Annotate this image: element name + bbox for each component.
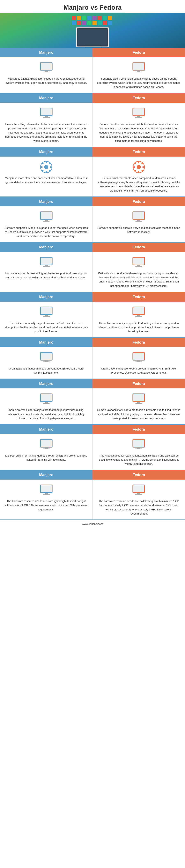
fedora-content-software: Software support in Fedora is very good …	[93, 206, 185, 242]
fedora-icon-intro	[131, 61, 147, 74]
svg-rect-13	[98, 21, 102, 25]
svg-rect-58	[41, 212, 52, 219]
fedora-content-release: Fedora uses the fixed release distributi…	[93, 103, 185, 147]
svg-rect-46	[49, 162, 51, 164]
svg-rect-1	[77, 16, 81, 20]
section-header-stability: ManjeroFedora	[0, 147, 185, 157]
svg-rect-96	[135, 403, 142, 404]
section-header-intro: ManjeroFedora	[0, 48, 185, 57]
section-content-suited: It is best suited for running games thro…	[0, 434, 185, 470]
fedora-text-hardware: Fedora is also good at hardware support …	[97, 271, 181, 288]
manjero-icon-stability	[38, 160, 54, 174]
svg-rect-82	[41, 353, 52, 360]
section-header-release: ManjeroFedora	[0, 93, 185, 103]
svg-rect-2	[82, 16, 86, 20]
manjero-icon-hardware	[38, 255, 54, 269]
section-drawbacks: ManjeroFedora Some drawbacks for Manjaro…	[0, 379, 185, 425]
svg-rect-52	[143, 166, 145, 168]
section-header-hardware: ManjeroFedora	[0, 243, 185, 252]
section-content-release: It uses the rolling release distribution…	[0, 103, 185, 147]
svg-rect-94	[133, 394, 144, 401]
svg-rect-3	[87, 16, 91, 20]
hero-illustration	[60, 14, 125, 47]
manjero-header-software: Manjero	[0, 197, 92, 206]
manjero-text-suited: It is best suited for running games thro…	[4, 454, 88, 462]
fedora-text-organizations: Organizations that use Fedora are Campus…	[97, 367, 181, 375]
svg-rect-104	[135, 448, 142, 449]
svg-rect-11	[87, 21, 91, 25]
svg-rect-39	[46, 161, 47, 163]
svg-rect-112	[135, 494, 142, 495]
fedora-header-hardware_req: Fedora	[92, 470, 185, 479]
fedora-header-intro: Fedora	[92, 48, 185, 57]
manjero-header-release: Manjero	[0, 93, 92, 103]
manjero-content-suited: It is best suited for running games thro…	[0, 434, 93, 470]
manjero-icon-hardware_req	[38, 483, 54, 497]
manjero-header-hardware_req: Manjero	[0, 470, 92, 479]
manjero-content-release: It uses the rolling release distribution…	[0, 103, 93, 147]
svg-rect-56	[141, 162, 144, 164]
manjero-text-organizations: Organizations that use manjaro are Oneag…	[4, 367, 88, 375]
section-hardware: ManjeroFedora Hardware support is best a…	[0, 243, 185, 292]
svg-rect-53	[134, 162, 136, 164]
fedora-text-community: The online community support in Fedora i…	[97, 321, 181, 334]
svg-rect-106	[41, 485, 52, 492]
manjero-header-community: Manjero	[0, 292, 92, 302]
svg-rect-7	[108, 16, 112, 20]
svg-rect-5	[98, 16, 102, 20]
svg-rect-12	[92, 21, 97, 25]
manjero-content-hardware: Hardware support is best as it gives bet…	[0, 252, 93, 292]
fedora-content-hardware_req: The hardware resource needs are middlewe…	[93, 479, 185, 520]
manjero-icon-software	[38, 210, 54, 223]
fedora-icon-hardware	[131, 255, 147, 269]
fedora-icon-release	[131, 106, 147, 120]
svg-rect-66	[41, 257, 52, 265]
svg-rect-102	[133, 440, 144, 447]
footer: www.educba.com	[0, 520, 185, 528]
manjero-content-hardware_req: The hardware resource needs are from lig…	[0, 479, 93, 520]
fedora-text-intro: Fedora is also a Linux distribution whic…	[97, 77, 181, 89]
svg-rect-8	[72, 21, 76, 25]
fedora-header-community: Fedora	[92, 292, 185, 302]
fedora-icon-software	[131, 210, 147, 223]
manjero-icon-intro	[38, 61, 54, 74]
svg-rect-100	[43, 448, 50, 449]
section-header-hardware_req: ManjeroFedora	[0, 470, 185, 479]
fedora-header-drawbacks: Fedora	[92, 379, 185, 389]
fedora-header-release: Fedora	[92, 93, 185, 103]
fedora-icon-organizations	[131, 351, 147, 364]
section-header-drawbacks: ManjeroFedora	[0, 379, 185, 389]
section-software: ManjeroFedora Software support in Manjar…	[0, 197, 185, 243]
fedora-header-stability: Fedora	[92, 147, 185, 157]
svg-rect-90	[41, 394, 52, 401]
manjero-content-intro: Manjaro is a Linux distribution based on…	[0, 57, 93, 93]
fedora-icon-drawbacks	[131, 392, 147, 405]
manjero-header-hardware: Manjero	[0, 243, 92, 252]
svg-rect-9	[77, 21, 81, 25]
page-title: Manjaro vs Fedora	[2, 4, 183, 11]
svg-rect-6	[103, 16, 107, 20]
manjero-content-software: Software support in Manjaro is good but …	[0, 206, 93, 242]
section-release: ManjeroFedora It uses the rolling releas…	[0, 93, 185, 147]
svg-rect-34	[133, 108, 144, 116]
section-content-stability: Manjaro is more stable and consistent wh…	[0, 157, 185, 197]
svg-rect-50	[138, 171, 139, 173]
manjero-header-suited: Manjero	[0, 425, 92, 434]
manjero-text-software: Software support in Manjaro is good but …	[4, 226, 88, 238]
svg-rect-54	[141, 169, 144, 172]
fedora-text-software: Software support in Fedora is very good …	[97, 226, 181, 234]
svg-rect-41	[40, 166, 43, 168]
svg-rect-98	[41, 440, 52, 447]
fedora-header-hardware: Fedora	[92, 243, 185, 252]
manjero-content-community: The online community support is okay as …	[0, 302, 93, 337]
svg-rect-110	[133, 485, 144, 492]
footer-text: www.educba.com	[82, 522, 103, 525]
section-content-organizations: Organizations that use manjaro are Oneag…	[0, 347, 185, 379]
fedora-text-release: Fedora uses the fixed release distributi…	[97, 122, 181, 143]
manjero-text-release: It uses the rolling release distribution…	[4, 122, 88, 143]
manjero-icon-suited	[38, 438, 54, 451]
svg-rect-32	[43, 117, 50, 118]
svg-rect-42	[50, 166, 52, 168]
fedora-text-suited: This is best suited for learning Linux a…	[97, 454, 181, 466]
svg-rect-20	[84, 46, 101, 47]
